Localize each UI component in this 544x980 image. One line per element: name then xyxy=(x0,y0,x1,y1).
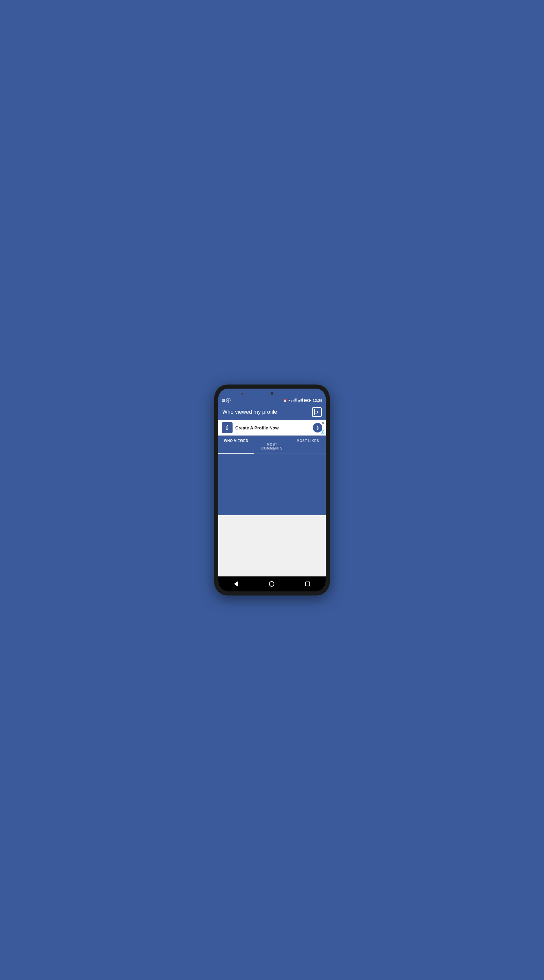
login-icon[interactable] xyxy=(312,407,322,417)
phone-device: 🖼 e ⏰ ▾ xyxy=(214,385,330,595)
back-icon xyxy=(234,581,238,587)
signal-icon xyxy=(291,398,297,402)
app-title: Who viewed my profile xyxy=(222,409,277,415)
ad-info-icon[interactable]: i xyxy=(320,430,324,434)
home-button[interactable] xyxy=(269,581,274,587)
white-content-section xyxy=(218,515,326,576)
ad-text: Create A Profile Now xyxy=(235,425,310,430)
status-bar: 🖼 e ⏰ ▾ xyxy=(218,388,326,404)
signal2-icon xyxy=(298,398,303,402)
bottom-navigation xyxy=(218,576,326,592)
edge-icon: e xyxy=(226,398,230,402)
recents-icon xyxy=(305,582,310,586)
status-time: 12:25 xyxy=(313,398,322,402)
tab-most-comments[interactable]: MOST COMMENTS xyxy=(254,436,290,453)
status-left-icons: 🖼 e xyxy=(222,398,230,402)
speaker xyxy=(241,393,243,395)
login-arrow-icon xyxy=(314,409,320,415)
ad-close-icon[interactable]: ✕ xyxy=(322,422,324,425)
alarm-icon: ⏰ xyxy=(283,399,287,402)
fb-letter: f xyxy=(226,424,228,431)
phone-screen: 🖼 e ⏰ ▾ xyxy=(218,388,326,592)
app-bar: Who viewed my profile xyxy=(218,404,326,420)
status-right-icons: ⏰ ▾ xyxy=(283,398,322,402)
facebook-icon: f xyxy=(222,422,233,433)
svg-marker-3 xyxy=(317,411,319,413)
front-camera xyxy=(271,392,273,395)
ad-banner[interactable]: f Create A Profile Now ❯ ✕ i xyxy=(218,420,326,436)
battery-icon xyxy=(304,399,311,402)
tab-who-viewed[interactable]: WHO VIEWED xyxy=(218,436,254,453)
recents-button[interactable] xyxy=(305,582,310,586)
blue-content-section xyxy=(218,454,326,515)
tab-most-likes[interactable]: MOST LIKES xyxy=(290,436,326,453)
back-button[interactable] xyxy=(234,581,238,587)
svg-rect-2 xyxy=(314,409,315,415)
home-icon xyxy=(269,581,274,587)
wifi-icon: ▾ xyxy=(288,399,290,402)
content-area xyxy=(218,454,326,576)
ad-arrow-icon: ❯ xyxy=(316,425,319,430)
tab-bar: WHO VIEWED MOST COMMENTS MOST LIKES xyxy=(218,436,326,454)
image-icon: 🖼 xyxy=(222,399,225,402)
